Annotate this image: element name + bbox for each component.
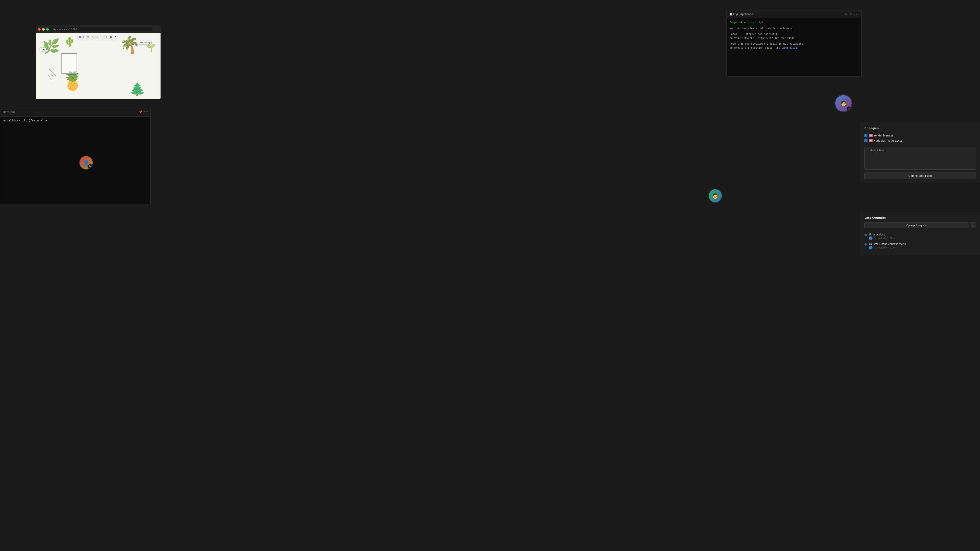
log-title-text: Log - Application [733, 13, 755, 16]
commit-info-1: Fix small issue context menu nakiostudio… [869, 243, 976, 249]
sc-checkbox-1[interactable]: ✓ [864, 139, 867, 142]
commit-info-0: Update docs nakiostudio · 30m [869, 233, 976, 240]
commit-author-1: nakiostudio [873, 246, 887, 249]
log-note2: To create a production build, use yarn b… [730, 46, 858, 50]
sc-file-name-0: renderScene.ts [874, 134, 894, 137]
pr-dropdown-button[interactable]: ▾ [970, 222, 976, 228]
plant-sketch-2: 🌵 [64, 37, 75, 47]
sc-file-item-1: ✓ M variables.module.scss [864, 138, 976, 143]
open-pr-row: Open pull request ▾ [864, 222, 976, 228]
commit-dot-1 [864, 243, 867, 246]
sc-checkbox-0[interactable]: ✓ [864, 134, 867, 137]
source-control-header: Changes [864, 127, 976, 130]
plant-sketch-4: 🌱 [146, 43, 156, 52]
terminal-body[interactable]: excalidraw git:(feature) ■ [0, 117, 150, 204]
svg-line-0 [49, 68, 56, 76]
browser-close-btn[interactable] [38, 28, 41, 30]
canvas-toolbar: ✎ □ ○ ➡ — T 🖼 # [78, 35, 119, 40]
sc-file-item-0: ✓ M renderScene.ts [864, 133, 976, 138]
log-title-bar: 📋 Log - Application [729, 13, 755, 16]
svg-line-2 [48, 74, 52, 81]
log-success-msg: Compiled successfully! [730, 21, 858, 25]
terminal-window: Terminal 📌 ••• excalidraw git:(feature) … [0, 107, 151, 204]
last-commits-panel: Last Commits Open pull request ▾ Update … [860, 212, 980, 255]
commit-separator-0: · [888, 237, 889, 240]
open-pr-button[interactable]: Open pull request [864, 222, 969, 228]
commit-time-0: 30m [890, 237, 895, 240]
check-icon-0: ✓ [865, 135, 867, 137]
check-icon-1: ✓ [865, 140, 867, 142]
floating-avatar-bottom-right: 👨 [708, 189, 722, 203]
commit-dot-0 [864, 233, 867, 236]
sc-commit-message-box[interactable]: Update 2 files. [864, 147, 976, 170]
sc-file-name-1: variables.module.scss [874, 139, 902, 142]
log-local-label: Local: [730, 33, 739, 36]
commit-and-push-button[interactable]: Commit and Push [864, 172, 976, 179]
commit-avatar-1 [869, 246, 873, 249]
terminal-more-icon[interactable]: ••• [144, 110, 148, 114]
log-local-value: http://localhost:3000 [746, 33, 778, 36]
log-window-icon: 📋 [729, 13, 732, 16]
source-control-panel: Changes ✓ M renderScene.ts ✓ M variables… [860, 122, 980, 183]
avatar-badge-bottom-left: 🔍 [88, 164, 93, 169]
sc-file-icon-0: M [869, 134, 873, 137]
browser-url-text: https://localhost:3000 [52, 28, 77, 30]
log-network-label: On Your Network: [730, 37, 754, 40]
log-controls: ↻ ⊡ ••• [845, 13, 859, 16]
last-commits-header: Last Commits [864, 216, 976, 219]
sc-changes-list: ✓ M renderScene.ts ✓ M variables.module.… [864, 133, 976, 143]
browser-url-bar[interactable]: https://localhost:3000 [50, 27, 152, 32]
commit-avatar-0 [869, 237, 873, 240]
browser-maximize-btn[interactable] [46, 28, 49, 30]
terminal-prompt: excalidraw git:(feature) ■ [3, 119, 147, 122]
log-titlebar: 📋 Log - Application ↻ ⊡ ••• [727, 11, 861, 18]
sketch-box [62, 53, 77, 74]
log-yarn-link[interactable]: yarn build [782, 47, 797, 49]
log-note1: Note that the development build is not o… [730, 42, 858, 46]
terminal-pin-icon[interactable]: 📌 [138, 110, 142, 114]
commit-msg-0: Update docs [869, 233, 976, 236]
browser-content: ✎ □ ○ ➡ — T 🖼 # Lights Growing 🌿 🌵 🌴 🌱 🍍… [36, 33, 161, 99]
log-line1: You can now view excalidraw in the brows… [730, 27, 858, 31]
terminal-title: Terminal [3, 110, 15, 114]
browser-window: https://localhost:3000 ✎ □ ○ ➡ — T 🖼 # L… [36, 25, 161, 100]
commit-meta-1: nakiostudio · 61m [869, 246, 976, 249]
browser-titlebar: https://localhost:3000 [36, 26, 161, 33]
chevron-down-icon: ▾ [972, 224, 974, 227]
commit-entry-1: Fix small issue context menu nakiostudio… [864, 241, 976, 251]
sc-file-icon-1: M [869, 139, 873, 142]
log-line2: Local: http://localhost:3000 [730, 32, 858, 37]
commit-time-1: 61m [890, 246, 895, 249]
commit-msg-1: Fix small issue context menu [869, 243, 976, 245]
avatar-inner-bottom-right: 👨 [709, 189, 722, 202]
plant-sketch-5: 🍍 [62, 71, 84, 92]
log-line3: On Your Network: http://192.168.63.1:300… [730, 37, 858, 41]
svg-line-1 [50, 73, 55, 79]
plant-sketch-1: 🌿 [42, 38, 60, 55]
terminal-titlebar: Terminal 📌 ••• [0, 107, 150, 117]
plant-sketch-6: 🌲 [129, 82, 145, 97]
log-body: Compiled successfully! You can now view … [727, 18, 861, 53]
log-split-icon[interactable]: ⊡ [850, 13, 852, 16]
log-more-icon[interactable]: ••• [854, 13, 859, 16]
terminal-controls: 📌 ••• [138, 110, 148, 114]
commit-meta-0: nakiostudio · 30m [869, 237, 976, 240]
browser-minimize-btn[interactable] [42, 28, 45, 30]
floating-avatar-bottom-left: 👤 🔍 [79, 156, 93, 170]
plant-sketch-3: 🌴 [119, 35, 140, 55]
floating-avatar-large: 🧑 📱 [835, 94, 853, 112]
commit-separator-1: · [888, 246, 889, 249]
avatar-badge-large: 📱 [846, 106, 852, 111]
sc-commit-placeholder: Update 2 files. [867, 149, 885, 152]
excalidraw-canvas[interactable]: ✎ □ ○ ➡ — T 🖼 # Lights Growing 🌿 🌵 🌴 🌱 🍍… [36, 33, 161, 99]
log-note2-prefix: To create a production build, use [730, 47, 782, 49]
log-refresh-icon[interactable]: ↻ [845, 13, 847, 16]
commit-entry-0: Update docs nakiostudio · 30m [864, 232, 976, 241]
log-network-value: http://192.168.63.1:3000 [758, 37, 794, 40]
log-window: 📋 Log - Application ↻ ⊡ ••• Compiled suc… [726, 10, 862, 76]
log-note2-suffix: . [797, 47, 799, 49]
commit-author-0: nakiostudio [873, 237, 887, 240]
